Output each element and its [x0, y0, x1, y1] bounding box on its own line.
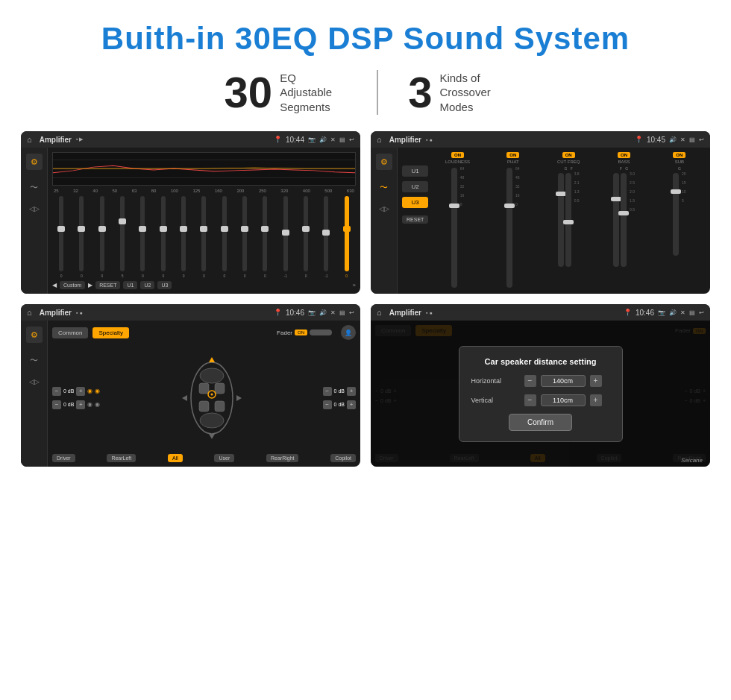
- vertical-plus[interactable]: +: [590, 394, 602, 406]
- user-profile-icon[interactable]: 👤: [341, 325, 356, 340]
- eq-icon-2[interactable]: ⚙: [376, 154, 392, 170]
- svg-marker-12: [209, 357, 215, 362]
- rr-plus[interactable]: +: [347, 400, 356, 409]
- close-icon-3[interactable]: ✕: [330, 309, 336, 316]
- layout-icon: ▤: [339, 136, 345, 143]
- wave-icon-3[interactable]: 〜: [30, 355, 38, 366]
- fader-on-badge[interactable]: ON: [295, 329, 307, 335]
- eq-slider-3[interactable]: 0: [93, 196, 111, 278]
- specialty-mode-btn[interactable]: Specialty: [92, 327, 128, 338]
- u3-btn[interactable]: U3: [402, 197, 428, 208]
- user-btn[interactable]: User: [214, 454, 234, 462]
- u1-btn[interactable]: U1: [402, 165, 428, 177]
- dialog-overlay: Car speaker distance setting Horizontal …: [371, 321, 710, 467]
- eq-slider-7[interactable]: 0: [175, 196, 192, 278]
- expand-icon[interactable]: »: [353, 282, 356, 288]
- reset-btn-2[interactable]: RESET: [402, 215, 428, 224]
- back-icon-3[interactable]: ↩: [349, 309, 354, 316]
- wave-icon-2[interactable]: 〜: [380, 182, 388, 193]
- crossover-stat: 3 Kinds ofCrossover Modes: [378, 71, 536, 115]
- cutfreq-slider-f[interactable]: [565, 173, 571, 267]
- vol-icon-3[interactable]: ◁▷: [29, 378, 40, 385]
- prev-button[interactable]: ◀: [52, 282, 57, 288]
- rr-minus[interactable]: −: [323, 400, 332, 409]
- home-icon[interactable]: ⌂: [27, 135, 32, 144]
- fl-plus[interactable]: +: [76, 387, 85, 396]
- loudness-label: LOUDNESS: [445, 160, 470, 164]
- sub-badge[interactable]: ON: [673, 152, 685, 158]
- cutfreq-badge[interactable]: ON: [562, 152, 575, 158]
- close-icon-2[interactable]: ✕: [680, 136, 685, 143]
- eq-slider-11[interactable]: 0: [256, 196, 274, 278]
- u1-button[interactable]: U1: [123, 281, 137, 289]
- rearright-btn[interactable]: RearRight: [266, 454, 299, 462]
- back-icon[interactable]: ↩: [349, 136, 354, 143]
- phat-badge[interactable]: ON: [506, 152, 519, 158]
- next-button[interactable]: ▶: [88, 282, 92, 288]
- u2-btn[interactable]: U2: [402, 181, 428, 192]
- eq-slider-6[interactable]: 0: [154, 196, 172, 278]
- vol-icon-2[interactable]: ◁▷: [379, 205, 389, 212]
- rearleft-btn[interactable]: RearLeft: [107, 454, 136, 462]
- rear-right-db: − 0 dB +: [323, 400, 356, 409]
- confirm-button[interactable]: Confirm: [509, 414, 572, 431]
- vertical-minus[interactable]: −: [524, 394, 536, 406]
- home-icon-4[interactable]: ⌂: [377, 308, 382, 317]
- fader-slider[interactable]: [310, 329, 332, 335]
- screens-grid: ⌂ Amplifier ▪ ▶ 📍 10:44 📷 🔊 ✕ ▤ ↩ ⚙ 〜 ◁▷: [0, 131, 731, 479]
- rl-plus[interactable]: +: [76, 400, 85, 409]
- eq-slider-1[interactable]: 0: [52, 196, 70, 278]
- copilot-btn[interactable]: Copilot: [330, 454, 356, 462]
- back-icon-4[interactable]: ↩: [699, 309, 704, 316]
- common-mode-btn[interactable]: Common: [52, 327, 88, 338]
- channel-cutfreq: ON CUT FREQ G F 3.82.11.30.5: [542, 152, 594, 289]
- eq-slider-13[interactable]: 0: [297, 196, 315, 278]
- eq-slider-4[interactable]: 5: [113, 196, 131, 278]
- reset-button[interactable]: RESET: [95, 281, 120, 289]
- eq-slider-12[interactable]: -1: [277, 196, 295, 278]
- eq-slider-2[interactable]: 0: [72, 196, 90, 278]
- bass-badge[interactable]: ON: [618, 152, 630, 158]
- back-icon-2[interactable]: ↩: [699, 136, 704, 143]
- eq-slider-15[interactable]: 0: [338, 196, 356, 278]
- driver-btn[interactable]: Driver: [52, 454, 75, 462]
- page-title: Buith-in 30EQ DSP Sound System: [0, 0, 731, 70]
- screen1-topbar-icons: 📍 10:44 📷 🔊 ✕ ▤ ↩: [274, 136, 354, 144]
- waveform-icon[interactable]: 〜: [30, 182, 38, 193]
- eq-slider-10[interactable]: 0: [236, 196, 254, 278]
- horizontal-minus[interactable]: −: [524, 375, 536, 387]
- screen3-topbar: ⌂ Amplifier ▪ ● 📍 10:46 📷 🔊 ✕ ▤ ↩: [21, 304, 360, 321]
- screen1-topbar: ⌂ Amplifier ▪ ▶ 📍 10:44 📷 🔊 ✕ ▤ ↩: [21, 131, 360, 148]
- sub-slider[interactable]: [673, 173, 679, 256]
- eq-icon-3[interactable]: ⚙: [26, 327, 43, 343]
- bass-slider-g[interactable]: [621, 173, 627, 267]
- eq-slider-5[interactable]: 0: [134, 196, 151, 278]
- fr-plus[interactable]: +: [347, 387, 356, 396]
- right-controls: − 0 dB + − 0 dB +: [323, 387, 356, 409]
- close-icon-4[interactable]: ✕: [680, 309, 685, 316]
- loudness-slider[interactable]: [451, 168, 457, 288]
- fr-minus[interactable]: −: [323, 387, 332, 396]
- u2-button[interactable]: U2: [140, 281, 154, 289]
- home-icon-3[interactable]: ⌂: [27, 308, 32, 317]
- custom-preset[interactable]: Custom: [60, 281, 85, 289]
- eq-slider-9[interactable]: 0: [216, 196, 233, 278]
- all-btn[interactable]: All: [168, 454, 183, 462]
- close-icon[interactable]: ✕: [330, 136, 336, 143]
- bass-slider-f[interactable]: [613, 173, 619, 267]
- vertical-value: 110cm: [541, 394, 586, 406]
- channel-sub: ON SUB G 2015105: [653, 152, 706, 289]
- u3-button[interactable]: U3: [157, 281, 172, 289]
- eq-slider-14[interactable]: -1: [317, 196, 335, 278]
- phat-slider[interactable]: [506, 168, 512, 288]
- screen3-topbar-icons: 📍 10:46 📷 🔊 ✕ ▤ ↩: [274, 309, 354, 317]
- horizontal-plus[interactable]: +: [590, 375, 602, 387]
- home-icon-2[interactable]: ⌂: [377, 135, 382, 144]
- fl-minus[interactable]: −: [52, 387, 61, 396]
- eq-settings-icon[interactable]: ⚙: [26, 154, 43, 170]
- volume-small-icon[interactable]: ◁▷: [29, 205, 40, 212]
- svg-point-5: [200, 413, 224, 428]
- eq-slider-8[interactable]: 0: [195, 196, 213, 278]
- loudness-badge[interactable]: ON: [451, 152, 464, 158]
- rl-minus[interactable]: −: [52, 400, 61, 409]
